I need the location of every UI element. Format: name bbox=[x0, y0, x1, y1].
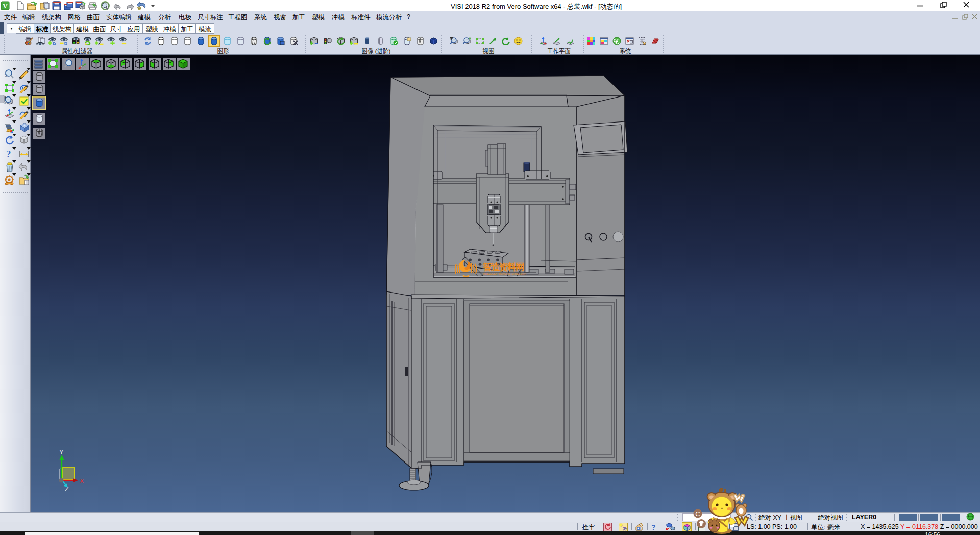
svg-text:X: X bbox=[80, 477, 84, 485]
svg-text:?: ? bbox=[6, 149, 11, 159]
svg-text:C: C bbox=[695, 510, 700, 518]
svg-text:智造资料网: 智造资料网 bbox=[482, 262, 524, 272]
svg-text:V: V bbox=[3, 2, 8, 10]
svg-text:Z: Z bbox=[65, 485, 69, 493]
svg-text:Y: Y bbox=[59, 448, 64, 456]
svg-text:INTELLIGENT MANUFACTURING DATA: INTELLIGENT MANUFACTURING DATA bbox=[483, 273, 527, 275]
